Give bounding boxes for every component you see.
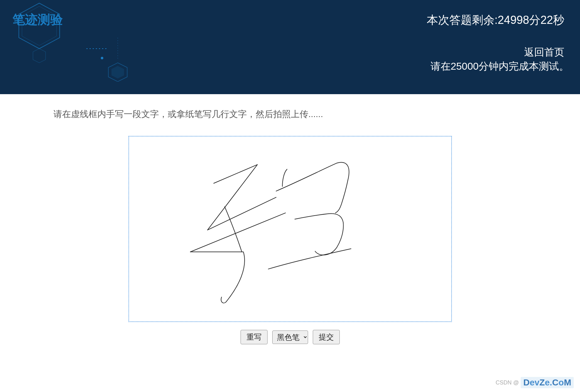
svg-marker-2 <box>33 49 46 63</box>
pen-color-select[interactable]: 黑色笔 <box>272 330 308 344</box>
handwriting-strokes-icon <box>129 137 451 321</box>
rewrite-button[interactable]: 重写 <box>241 330 268 344</box>
watermark-devze-text: DevZe.CoM <box>521 377 574 388</box>
canvas-wrapper: 重写 黑色笔 提交 <box>53 136 527 344</box>
svg-marker-7 <box>111 66 124 78</box>
submit-button[interactable]: 提交 <box>313 330 340 344</box>
timer-text: 本次答题剩余:24998分22秒 <box>427 13 564 28</box>
instruction-text: 请在虚线框内手写一段文字，或拿纸笔写几行文字，然后拍照上传...... <box>53 108 527 120</box>
watermark: CSDN @ DevZe.CoM <box>496 377 574 388</box>
handwriting-canvas[interactable] <box>128 136 452 322</box>
content-area: 请在虚线框内手写一段文字，或拿纸笔写几行文字，然后拍照上传...... <box>0 94 580 358</box>
page-title: 笔迹测验 <box>13 11 63 28</box>
return-home-link[interactable]: 返回首页 <box>524 46 564 59</box>
deadline-text: 请在25000分钟内完成本测试。 <box>431 60 569 73</box>
watermark-csdn-text: CSDN @ <box>496 379 519 386</box>
svg-point-4 <box>101 57 103 59</box>
header: 笔迹测验 本次答题剩余:24998分22秒 返回首页 请在25000分钟内完成本… <box>0 0 580 94</box>
canvas-controls: 重写 黑色笔 提交 <box>241 330 340 344</box>
